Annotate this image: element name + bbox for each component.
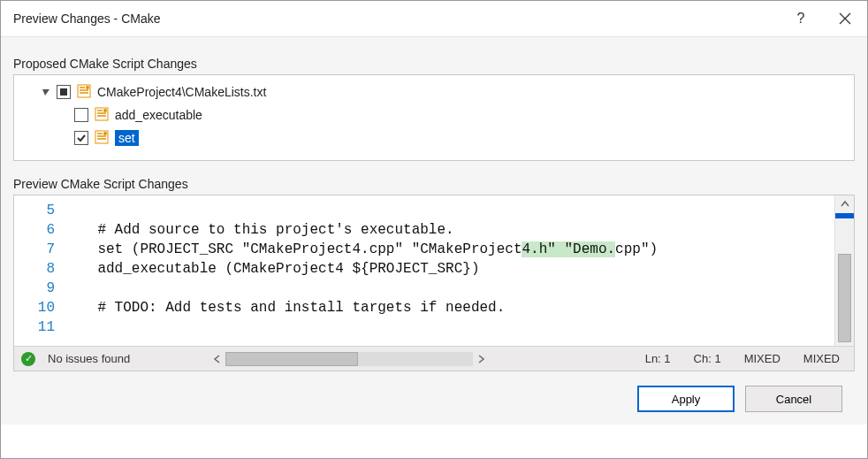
cmake-command-icon (94, 129, 110, 148)
scroll-up-arrow[interactable] (835, 195, 854, 213)
issues-status: No issues found (48, 352, 130, 365)
tree-item-label: set (115, 130, 139, 146)
line-number-gutter: 567891011 (14, 195, 64, 346)
cursor-line: Ln: 1 (638, 352, 678, 365)
checkbox-unchecked[interactable] (74, 108, 88, 122)
chevron-left-icon (213, 355, 222, 363)
cmake-file-icon (76, 83, 92, 102)
svg-point-5 (103, 109, 107, 112)
scroll-right-arrow[interactable] (473, 351, 489, 367)
cursor-col: Ch: 1 (687, 352, 728, 365)
chevron-right-icon (476, 355, 485, 363)
apply-button[interactable]: Apply (637, 386, 735, 412)
encoding: MIXED (796, 352, 847, 365)
ok-check-icon: ✓ (21, 352, 35, 366)
proposed-changes-heading: Proposed CMake Script Changes (13, 57, 855, 71)
tree-root-label: CMakeProject4\CMakeLists.txt (97, 85, 266, 99)
line-endings: MIXED (737, 352, 788, 365)
vertical-scrollbar[interactable] (834, 195, 854, 346)
tree-item-add-executable[interactable]: add_executable (21, 103, 847, 126)
editor-statusbar: ✓ No issues found Ln: 1 Ch: 1 MIXED MIXE… (14, 346, 854, 371)
chevron-down-icon (41, 87, 51, 97)
svg-point-3 (86, 86, 89, 89)
tree-item-set[interactable]: set (21, 126, 847, 149)
svg-point-7 (103, 132, 107, 135)
chevron-up-icon (841, 200, 849, 209)
expand-toggle[interactable] (41, 87, 51, 97)
checkbox-checked[interactable] (74, 131, 88, 145)
scroll-thumb[interactable] (838, 254, 851, 342)
changes-tree: CMakeProject4\CMakeLists.txt add_executa… (13, 74, 855, 161)
hscroll-thumb[interactable] (225, 352, 358, 366)
close-icon (839, 12, 851, 25)
titlebar: Preview Changes - CMake ? (1, 1, 867, 36)
preview-changes-heading: Preview CMake Script Changes (13, 177, 855, 191)
code-area[interactable]: # Add source to this project's executabl… (64, 195, 834, 346)
scroll-left-arrow[interactable] (209, 351, 225, 367)
tree-root-row[interactable]: CMakeProject4\CMakeLists.txt (21, 80, 847, 103)
help-button[interactable]: ? (779, 1, 823, 36)
tree-item-label: add_executable (115, 108, 202, 122)
cancel-button[interactable]: Cancel (745, 386, 842, 412)
close-button[interactable] (823, 1, 867, 36)
code-preview-editor: 567891011 # Add source to this project's… (13, 195, 855, 371)
cmake-command-icon (94, 106, 110, 125)
horizontal-scrollbar[interactable] (209, 351, 489, 367)
checkbox-indeterminate[interactable] (57, 85, 71, 99)
window-title: Preview Changes - CMake (13, 11, 161, 26)
dialog-footer: Apply Cancel (13, 371, 855, 425)
